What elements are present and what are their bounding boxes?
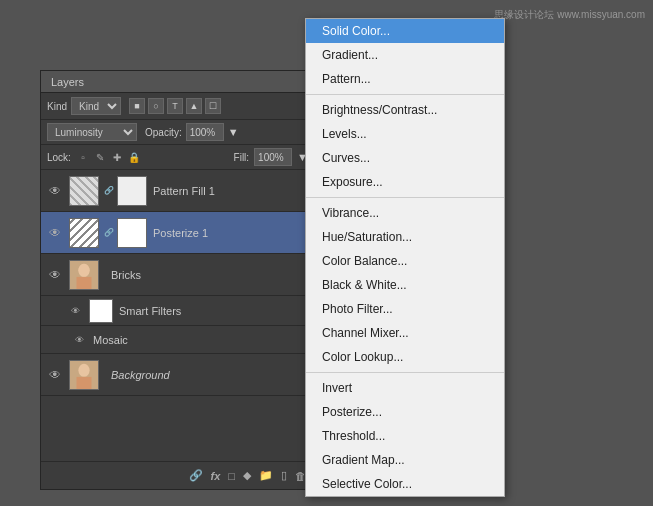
fill-input[interactable] <box>254 148 292 166</box>
fx-icon[interactable]: fx <box>211 470 221 482</box>
lock-icons: ▫ ✎ ✚ 🔒 <box>76 150 141 164</box>
menu-item-selective-color---[interactable]: Selective Color... <box>306 472 504 496</box>
menu-separator-8 <box>306 197 504 198</box>
chain-icon-pattern: 🔗 <box>105 176 113 206</box>
layer-mask-pattern <box>117 176 147 206</box>
smart-filter-header-row[interactable]: 👁 Smart Filters <box>41 296 314 326</box>
group-icon[interactable]: 📁 <box>259 469 273 482</box>
layers-tab-label: Layers <box>51 76 84 88</box>
chain-icon-posterize: 🔗 <box>105 218 113 248</box>
menu-item-brightness-contrast---[interactable]: Brightness/Contrast... <box>306 98 504 122</box>
layer-item-background[interactable]: 👁 Background <box>41 354 314 396</box>
menu-item-photo-filter---[interactable]: Photo Filter... <box>306 297 504 321</box>
visibility-eye-smartfilters[interactable]: 👁 <box>67 303 83 319</box>
menu-item-invert[interactable]: Invert <box>306 376 504 400</box>
layer-mask-posterize <box>117 218 147 248</box>
visibility-eye-posterize[interactable]: 👁 <box>47 225 63 241</box>
filter-smartobj-icon[interactable]: ☐ <box>205 98 221 114</box>
menu-item-black---white---[interactable]: Black & White... <box>306 273 504 297</box>
mosaic-label: Mosaic <box>93 334 308 346</box>
layer-item-posterize[interactable]: 👁 🔗 Posterize 1 <box>41 212 314 254</box>
adjustment-add-icon[interactable]: ◆ <box>243 469 251 482</box>
layers-list: 👁 🔗 Pattern Fill 1 👁 🔗 Posterize 1 👁 <box>41 170 314 461</box>
layers-panel: Layers Kind Kind ■ ○ T ▲ ☐ Luminosity Op… <box>40 70 315 490</box>
svg-rect-6 <box>77 376 92 388</box>
layer-thumb-pattern <box>69 176 99 206</box>
menu-item-gradient---[interactable]: Gradient... <box>306 43 504 67</box>
lock-paint-icon[interactable]: ✎ <box>93 150 107 164</box>
filter-shape-icon[interactable]: ▲ <box>186 98 202 114</box>
new-layer-icon[interactable]: ▯ <box>281 469 287 482</box>
layer-thumb-smartfilter <box>89 299 113 323</box>
visibility-eye-mosaic[interactable]: 👁 <box>71 332 87 348</box>
menu-item-exposure---[interactable]: Exposure... <box>306 170 504 194</box>
menu-item-color-lookup---[interactable]: Color Lookup... <box>306 345 504 369</box>
menu-item-curves---[interactable]: Curves... <box>306 146 504 170</box>
layers-tab[interactable]: Layers <box>41 71 314 93</box>
filter-adjustment-icon[interactable]: ○ <box>148 98 164 114</box>
layer-item-pattern-fill[interactable]: 👁 🔗 Pattern Fill 1 <box>41 170 314 212</box>
mosaic-row[interactable]: 👁 Mosaic <box>41 326 314 354</box>
layer-thumb-background <box>69 360 99 390</box>
opacity-arrow: ▼ <box>228 126 239 138</box>
layer-name-bricks: Bricks <box>111 269 308 281</box>
menu-item-gradient-map---[interactable]: Gradient Map... <box>306 448 504 472</box>
layer-name-background: Background <box>111 369 308 381</box>
layer-name-pattern: Pattern Fill 1 <box>153 185 308 197</box>
menu-item-levels---[interactable]: Levels... <box>306 122 504 146</box>
visibility-eye-bricks[interactable]: 👁 <box>47 267 63 283</box>
svg-point-3 <box>78 263 89 276</box>
toolbar-icons: ■ ○ T ▲ ☐ <box>129 98 221 114</box>
opacity-label: Opacity: <box>145 127 182 138</box>
menu-item-channel-mixer---[interactable]: Channel Mixer... <box>306 321 504 345</box>
blend-mode-dropdown[interactable]: Luminosity <box>47 123 137 141</box>
svg-point-5 <box>78 363 89 376</box>
visibility-eye-pattern[interactable]: 👁 <box>47 183 63 199</box>
filter-type-icon[interactable]: T <box>167 98 183 114</box>
filter-pixel-icon[interactable]: ■ <box>129 98 145 114</box>
layers-toolbar: Kind Kind ■ ○ T ▲ ☐ <box>41 93 314 120</box>
mask-icon[interactable]: □ <box>228 470 235 482</box>
kind-dropdown[interactable]: Kind <box>71 97 121 115</box>
dropdown-menu: Solid Color...Gradient...Pattern...Brigh… <box>305 18 505 497</box>
visibility-eye-background[interactable]: 👁 <box>47 367 63 383</box>
layer-item-bricks[interactable]: 👁 Bricks <box>41 254 314 296</box>
layer-thumb-bricks <box>69 260 99 290</box>
menu-separator-3 <box>306 94 504 95</box>
lock-move-icon[interactable]: ✚ <box>110 150 124 164</box>
lock-fill-row: Lock: ▫ ✎ ✚ 🔒 Fill: ▼ <box>41 145 314 170</box>
menu-item-solid-color---[interactable]: Solid Color... <box>306 19 504 43</box>
menu-item-color-balance---[interactable]: Color Balance... <box>306 249 504 273</box>
menu-item-vibrance---[interactable]: Vibrance... <box>306 201 504 225</box>
menu-separator-16 <box>306 372 504 373</box>
svg-rect-2 <box>77 276 92 288</box>
link-icon[interactable]: 🔗 <box>189 469 203 482</box>
layers-footer: 🔗 fx □ ◆ 📁 ▯ 🗑 <box>41 461 314 489</box>
lock-label: Lock: <box>47 152 71 163</box>
lock-all-icon[interactable]: 🔒 <box>127 150 141 164</box>
menu-item-pattern---[interactable]: Pattern... <box>306 67 504 91</box>
menu-item-hue-saturation---[interactable]: Hue/Saturation... <box>306 225 504 249</box>
menu-item-threshold---[interactable]: Threshold... <box>306 424 504 448</box>
layer-name-posterize: Posterize 1 <box>153 227 308 239</box>
kind-label: Kind <box>47 101 67 112</box>
opacity-input[interactable] <box>186 123 224 141</box>
layer-thumb-posterize <box>69 218 99 248</box>
watermark: 思缘设计论坛 www.missyuan.com <box>494 8 645 22</box>
fill-label: Fill: <box>234 152 250 163</box>
blend-opacity-row: Luminosity Opacity: ▼ <box>41 120 314 145</box>
lock-transparency-icon[interactable]: ▫ <box>76 150 90 164</box>
smart-filter-label: Smart Filters <box>119 305 308 317</box>
menu-item-posterize---[interactable]: Posterize... <box>306 400 504 424</box>
